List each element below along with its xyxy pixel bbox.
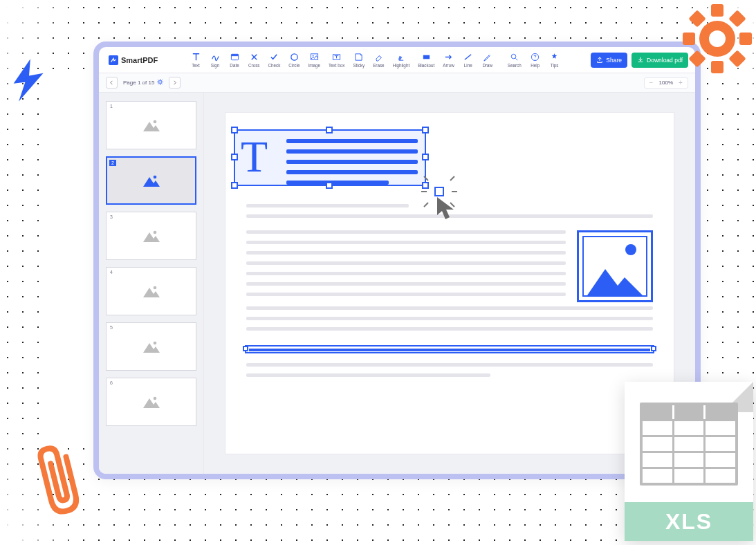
zoom-in-button[interactable]: +: [676, 79, 685, 87]
thumbnail-4[interactable]: 4: [106, 267, 196, 315]
tool-label: Date: [230, 63, 239, 68]
body-text-placeholder: [246, 306, 653, 338]
canvas: T: [204, 93, 695, 474]
thumbnail-1[interactable]: 1: [106, 101, 196, 149]
zoom-value: 100%: [657, 80, 675, 86]
tool-label: Sign: [211, 63, 220, 68]
tool-circle[interactable]: Circle: [284, 50, 304, 69]
tool-label: Erase: [373, 63, 384, 68]
tool-highlight[interactable]: Highlight: [389, 50, 414, 69]
sign-icon: [211, 53, 220, 62]
cursor-icon: [433, 194, 461, 222]
resize-handle-bl[interactable]: [231, 182, 238, 189]
thumb-number: 5: [109, 325, 114, 330]
image-placeholder[interactable]: [577, 230, 653, 302]
svg-point-33: [153, 120, 156, 124]
download-button[interactable]: Download pdf: [631, 53, 688, 68]
image-icon: [142, 284, 161, 299]
brand: SmartPDF: [99, 47, 182, 73]
tool-cross[interactable]: Cross: [244, 50, 264, 69]
svg-rect-7: [688, 10, 706, 27]
tool-label: Tips: [551, 63, 559, 68]
tool-draw[interactable]: Draw: [478, 50, 497, 69]
svg-point-37: [153, 342, 156, 345]
bolt-icon: [10, 57, 48, 104]
svg-line-19: [465, 55, 471, 59]
svg-point-38: [153, 397, 156, 400]
resize-handle-tr[interactable]: [422, 127, 429, 133]
share-button[interactable]: Share: [591, 53, 627, 68]
svg-point-35: [153, 231, 156, 234]
check-icon: [270, 53, 279, 62]
text-glyph: T: [241, 135, 268, 179]
tool-sticky[interactable]: Sticky: [349, 50, 369, 69]
svg-line-21: [516, 58, 518, 60]
svg-rect-2: [711, 61, 723, 73]
thumb-number: 3: [109, 214, 114, 219]
tool-search[interactable]: Search: [504, 50, 526, 69]
line-handle-right[interactable]: [651, 346, 656, 351]
mountain-icon: [587, 264, 643, 295]
sticky-icon: [354, 53, 363, 62]
resize-handle-bm[interactable]: [326, 182, 333, 189]
subbar: Page 1 of 15 − 100% +: [99, 73, 695, 93]
resize-handle-mr[interactable]: [422, 154, 429, 160]
arrow-icon: [444, 53, 453, 62]
resize-handle-ml[interactable]: [231, 154, 238, 160]
svg-rect-4: [739, 33, 752, 45]
topbar: SmartPDF TextSignDateCrossCheckCircleIma…: [99, 47, 695, 73]
tool-label: Text: [192, 63, 200, 68]
page[interactable]: T: [225, 112, 674, 454]
tool-erase[interactable]: Erase: [369, 50, 388, 69]
svg-rect-18: [423, 55, 430, 59]
thumbnail-6[interactable]: 6: [106, 378, 196, 426]
tool-date[interactable]: Date: [225, 50, 244, 69]
thumb-number: 1: [109, 104, 114, 109]
resize-handle-tl[interactable]: [231, 127, 238, 133]
tool-check[interactable]: Check: [264, 50, 284, 69]
tool-label: Sticky: [353, 63, 365, 68]
tool-sign[interactable]: Sign: [205, 50, 225, 69]
tool-tips[interactable]: Tips: [545, 50, 564, 69]
tool-image[interactable]: Image: [304, 50, 324, 69]
app-window: SmartPDF TextSignDateCrossCheckCircleIma…: [93, 41, 701, 479]
gear-icon: [683, 4, 752, 73]
draw-icon: [483, 53, 492, 62]
tool-label: Circle: [288, 63, 299, 68]
svg-line-30: [162, 83, 163, 84]
download-icon: [637, 57, 644, 64]
brand-icon: [109, 55, 118, 65]
tool-line[interactable]: Line: [459, 50, 478, 69]
thumb-number: 6: [109, 380, 114, 385]
thumbnail-2[interactable]: 2: [106, 156, 196, 205]
tool-label: Arrow: [443, 63, 454, 68]
svg-point-36: [153, 286, 156, 290]
svg-point-9: [709, 30, 726, 47]
tool-arrow[interactable]: Arrow: [439, 50, 458, 69]
svg-point-20: [512, 54, 517, 59]
tool-blackout[interactable]: Blackout: [414, 50, 439, 69]
page-info: Page 1 of 15: [123, 79, 163, 86]
image-icon: [142, 339, 161, 354]
tool-text[interactable]: Text: [186, 50, 205, 69]
tool-label: Draw: [482, 63, 492, 68]
prev-page-button[interactable]: [106, 77, 118, 89]
svg-rect-1: [711, 4, 723, 17]
tool-textbox[interactable]: Text box: [324, 50, 349, 69]
resize-handle-br[interactable]: [422, 182, 429, 189]
resize-handle-tm[interactable]: [326, 127, 333, 133]
image-icon: [310, 53, 319, 62]
body-text-placeholder: [246, 363, 653, 384]
svg-rect-8: [728, 50, 746, 67]
page-settings-icon[interactable]: [157, 79, 163, 86]
line-handle-left[interactable]: [243, 346, 248, 351]
svg-point-14: [291, 54, 297, 60]
selected-text-block[interactable]: T: [234, 129, 426, 186]
tool-help[interactable]: Help: [526, 50, 545, 69]
next-page-button[interactable]: [169, 77, 181, 89]
thumbnail-3[interactable]: 3: [106, 212, 196, 260]
zoom-out-button[interactable]: −: [647, 79, 656, 87]
thumbnail-5[interactable]: 5: [106, 322, 196, 371]
selected-line[interactable]: [245, 345, 654, 353]
svg-line-31: [162, 80, 163, 80]
